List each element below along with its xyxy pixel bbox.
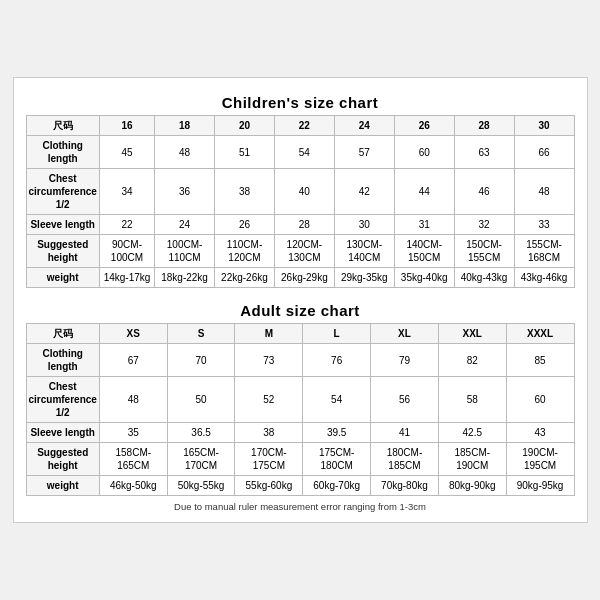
cell-value: 66	[514, 136, 574, 169]
children-header-cell: 22	[274, 116, 334, 136]
cell-value: 46kg-50kg	[99, 476, 167, 496]
cell-value: 44	[394, 169, 454, 215]
cell-value: 40	[274, 169, 334, 215]
cell-value: 150CM-155CM	[454, 235, 514, 268]
adult-header-cell: 尺码	[26, 324, 99, 344]
cell-value: 190CM-195CM	[506, 443, 574, 476]
cell-value: 24	[155, 215, 215, 235]
cell-value: 140CM-150CM	[394, 235, 454, 268]
cell-value: 85	[506, 344, 574, 377]
cell-value: 73	[235, 344, 303, 377]
cell-value: 22kg-26kg	[215, 268, 275, 288]
cell-value: 26	[215, 215, 275, 235]
row-label: weight	[26, 268, 99, 288]
cell-value: 158CM-165CM	[99, 443, 167, 476]
cell-value: 41	[371, 423, 439, 443]
row-label: weight	[26, 476, 99, 496]
table-row: Clothing length4548515457606366	[26, 136, 574, 169]
cell-value: 42	[334, 169, 394, 215]
cell-value: 60	[394, 136, 454, 169]
cell-value: 14kg-17kg	[99, 268, 154, 288]
cell-value: 36.5	[167, 423, 235, 443]
cell-value: 46	[454, 169, 514, 215]
cell-value: 54	[274, 136, 334, 169]
row-label: Sleeve length	[26, 215, 99, 235]
adult-header-cell: XXL	[438, 324, 506, 344]
row-label: Clothing length	[26, 136, 99, 169]
table-row: Sleeve length3536.53839.54142.543	[26, 423, 574, 443]
children-header-cell: 尺码	[26, 116, 99, 136]
cell-value: 42.5	[438, 423, 506, 443]
children-header-cell: 24	[334, 116, 394, 136]
cell-value: 60	[506, 377, 574, 423]
cell-value: 90kg-95kg	[506, 476, 574, 496]
cell-value: 51	[215, 136, 275, 169]
cell-value: 22	[99, 215, 154, 235]
cell-value: 56	[371, 377, 439, 423]
children-header-cell: 20	[215, 116, 275, 136]
cell-value: 36	[155, 169, 215, 215]
cell-value: 38	[215, 169, 275, 215]
cell-value: 57	[334, 136, 394, 169]
cell-value: 90CM-100CM	[99, 235, 154, 268]
cell-value: 33	[514, 215, 574, 235]
table-row: Suggested height158CM-165CM165CM-170CM17…	[26, 443, 574, 476]
children-header-cell: 30	[514, 116, 574, 136]
row-label: Sleeve length	[26, 423, 99, 443]
cell-value: 35	[99, 423, 167, 443]
cell-value: 63	[454, 136, 514, 169]
cell-value: 48	[99, 377, 167, 423]
row-label: Clothing length	[26, 344, 99, 377]
adult-header-cell: XS	[99, 324, 167, 344]
table-row: Sleeve length2224262830313233	[26, 215, 574, 235]
cell-value: 50kg-55kg	[167, 476, 235, 496]
cell-value: 32	[454, 215, 514, 235]
row-label: Chest circumference 1/2	[26, 377, 99, 423]
adult-header-cell: XL	[371, 324, 439, 344]
cell-value: 180CM-185CM	[371, 443, 439, 476]
cell-value: 18kg-22kg	[155, 268, 215, 288]
table-row: Chest circumference 1/248505254565860	[26, 377, 574, 423]
cell-value: 100CM-110CM	[155, 235, 215, 268]
cell-value: 45	[99, 136, 154, 169]
cell-value: 35kg-40kg	[394, 268, 454, 288]
cell-value: 70	[167, 344, 235, 377]
cell-value: 30	[334, 215, 394, 235]
cell-value: 28	[274, 215, 334, 235]
row-label: Suggested height	[26, 235, 99, 268]
cell-value: 185CM-190CM	[438, 443, 506, 476]
cell-value: 50	[167, 377, 235, 423]
adult-header-cell: S	[167, 324, 235, 344]
cell-value: 70kg-80kg	[371, 476, 439, 496]
cell-value: 155CM-168CM	[514, 235, 574, 268]
cell-value: 48	[514, 169, 574, 215]
children-table: 尺码1618202224262830 Clothing length454851…	[26, 115, 575, 288]
cell-value: 38	[235, 423, 303, 443]
cell-value: 120CM-130CM	[274, 235, 334, 268]
cell-value: 165CM-170CM	[167, 443, 235, 476]
cell-value: 43	[506, 423, 574, 443]
chart-container: Children's size chart 尺码1618202224262830…	[13, 77, 588, 523]
adult-title: Adult size chart	[26, 302, 575, 319]
table-row: weight14kg-17kg18kg-22kg22kg-26kg26kg-29…	[26, 268, 574, 288]
children-header-cell: 16	[99, 116, 154, 136]
children-header-cell: 26	[394, 116, 454, 136]
cell-value: 175CM-180CM	[303, 443, 371, 476]
cell-value: 170CM-175CM	[235, 443, 303, 476]
cell-value: 55kg-60kg	[235, 476, 303, 496]
cell-value: 31	[394, 215, 454, 235]
adult-header-cell: L	[303, 324, 371, 344]
cell-value: 58	[438, 377, 506, 423]
row-label: Chest circumference 1/2	[26, 169, 99, 215]
cell-value: 39.5	[303, 423, 371, 443]
cell-value: 29kg-35kg	[334, 268, 394, 288]
cell-value: 67	[99, 344, 167, 377]
cell-value: 110CM-120CM	[215, 235, 275, 268]
cell-value: 76	[303, 344, 371, 377]
table-row: Chest circumference 1/23436384042444648	[26, 169, 574, 215]
adult-header-cell: XXXL	[506, 324, 574, 344]
adult-table: 尺码XSSMLXLXXLXXXL Clothing length67707376…	[26, 323, 575, 496]
cell-value: 52	[235, 377, 303, 423]
cell-value: 80kg-90kg	[438, 476, 506, 496]
cell-value: 43kg-46kg	[514, 268, 574, 288]
